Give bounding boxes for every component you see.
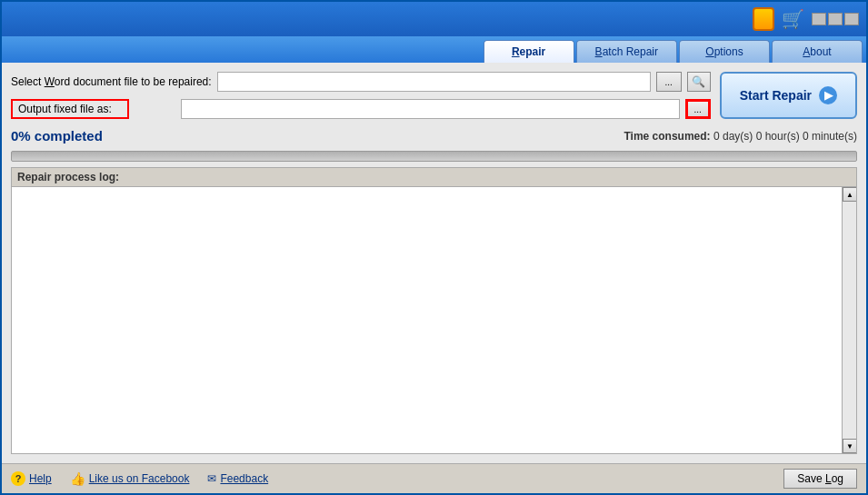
log-scrollbar: ▲▼ <box>842 187 856 453</box>
log-header: Repair process log: <box>12 168 856 187</box>
tab-about[interactable]: About <box>772 40 863 63</box>
buy-now-area: 🛒 <box>753 7 859 31</box>
tab-repair[interactable]: Repair <box>484 40 574 63</box>
select-search-button[interactable]: 🔍 <box>687 72 711 92</box>
facebook-icon: 👍 <box>70 471 85 486</box>
maximize-button[interactable] <box>828 13 843 25</box>
scroll-up-button[interactable]: ▲ <box>843 187 856 202</box>
log-body: ▲▼ <box>12 187 856 453</box>
tab-batch-repair-underline: B <box>595 45 603 58</box>
status-bar-left: ?Help👍Like us on Facebook✉Feedback <box>11 471 268 486</box>
feedback-item[interactable]: ✉Feedback <box>207 472 268 485</box>
window-controls <box>812 13 859 25</box>
minimize-button[interactable] <box>812 13 826 25</box>
buy-now-button[interactable] <box>753 7 774 31</box>
title-bar: 🛒 <box>2 2 866 36</box>
close-button[interactable] <box>844 13 859 25</box>
output-file-label: Output fixed file as: <box>11 99 129 119</box>
scroll-down-button[interactable]: ▼ <box>843 439 856 453</box>
log-section: Repair process log:▲▼ <box>11 167 857 454</box>
output-file-row: Output fixed file as:... <box>11 99 711 119</box>
start-repair-button[interactable]: Start Repair▶ <box>720 72 857 119</box>
tab-options-underline: O <box>705 45 713 58</box>
progress-text: 0% completed <box>11 128 103 144</box>
start-repair-label: Start Repair <box>740 88 812 103</box>
progress-bar <box>11 151 857 162</box>
select-file-row: Select Word document file to be repaired… <box>11 72 711 92</box>
select-browse-button[interactable]: ... <box>656 72 682 92</box>
main-content: Select Word document file to be repaired… <box>2 63 866 463</box>
help-label: Help <box>29 472 52 485</box>
select-file-label: Select Word document file to be repaired… <box>11 75 212 88</box>
tab-bar: Repair Batch Repair Options About <box>2 40 866 63</box>
output-browse-button[interactable]: ... <box>685 99 711 119</box>
help-item[interactable]: ?Help <box>11 471 52 486</box>
tab-batch-repair[interactable]: Batch Repair <box>576 40 677 63</box>
main-window: 🛒 Repair Batch Repair Options About <box>0 0 868 495</box>
feedback-icon: ✉ <box>207 472 216 485</box>
facebook-item[interactable]: 👍Like us on Facebook <box>70 471 190 486</box>
tab-repair-underline: R <box>512 45 520 58</box>
status-bar: ?Help👍Like us on Facebook✉FeedbackSave L… <box>2 463 866 493</box>
header-section: Repair Batch Repair Options About <box>2 36 866 63</box>
feedback-label: Feedback <box>220 472 268 485</box>
save-log-button[interactable]: Save Log <box>783 469 857 489</box>
help-icon: ? <box>11 471 25 486</box>
facebook-label: Like us on Facebook <box>89 472 190 485</box>
progress-row: 0% completedTime consumed: 0 day(s) 0 ho… <box>11 124 857 145</box>
select-file-input[interactable] <box>217 72 651 92</box>
fields-area: Select Word document file to be repaired… <box>11 72 711 119</box>
scroll-track <box>843 202 856 439</box>
start-repair-arrow-icon: ▶ <box>819 86 837 104</box>
tab-options[interactable]: Options <box>679 40 770 63</box>
shopping-cart-icon: 🛒 <box>782 8 804 30</box>
time-consumed: Time consumed: 0 day(s) 0 hour(s) 0 minu… <box>624 130 857 143</box>
top-area: Select Word document file to be repaired… <box>11 72 857 119</box>
output-file-input[interactable] <box>181 99 680 119</box>
